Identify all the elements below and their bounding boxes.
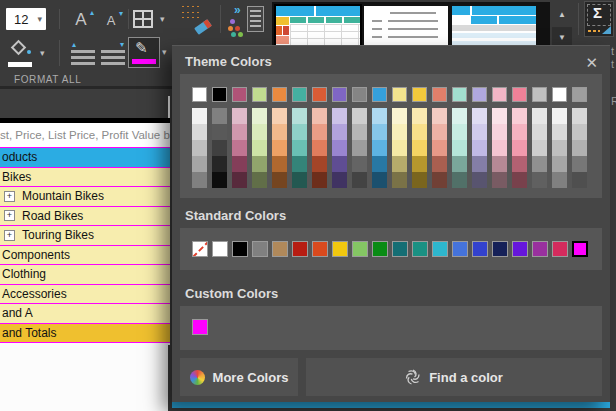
matrix-row[interactable]: Clothing xyxy=(0,265,170,285)
standard-color-swatch[interactable] xyxy=(512,241,528,257)
theme-shade-swatch[interactable] xyxy=(392,172,407,188)
theme-shade-swatch[interactable] xyxy=(352,156,367,172)
theme-shade-swatch[interactable] xyxy=(552,172,567,188)
expand-icon[interactable]: + xyxy=(4,210,15,221)
theme-color-swatch[interactable] xyxy=(432,87,447,102)
theme-shade-swatch[interactable] xyxy=(372,140,387,156)
theme-shade-swatch[interactable] xyxy=(312,140,327,156)
font-size-combobox[interactable]: 12 ▾ xyxy=(6,8,46,30)
theme-shade-swatch[interactable] xyxy=(252,124,267,140)
theme-color-swatch[interactable] xyxy=(192,87,207,102)
standard-color-swatch[interactable] xyxy=(352,241,368,257)
matrix-row[interactable]: Accessories xyxy=(0,285,170,305)
gallery-scroll-up-button[interactable]: ▲ xyxy=(552,4,572,24)
theme-shade-swatch[interactable] xyxy=(452,108,467,124)
theme-shade-swatch[interactable] xyxy=(372,108,387,124)
theme-shade-swatch[interactable] xyxy=(232,108,247,124)
theme-shade-swatch[interactable] xyxy=(292,140,307,156)
theme-shade-swatch[interactable] xyxy=(512,172,527,188)
theme-shade-swatch[interactable] xyxy=(472,124,487,140)
theme-shade-swatch[interactable] xyxy=(432,108,447,124)
theme-color-swatch[interactable] xyxy=(452,87,467,102)
theme-shade-swatch[interactable] xyxy=(512,140,527,156)
matrix-values-header[interactable]: st, Price, List Price, Profit Value b xyxy=(0,123,170,148)
standard-color-swatch[interactable] xyxy=(432,241,448,257)
theme-shade-swatch[interactable] xyxy=(472,140,487,156)
theme-shade-swatch[interactable] xyxy=(332,140,347,156)
standard-color-swatch[interactable] xyxy=(392,241,408,257)
theme-shade-swatch[interactable] xyxy=(412,156,427,172)
theme-shade-swatch[interactable] xyxy=(432,140,447,156)
theme-shade-swatch[interactable] xyxy=(232,172,247,188)
theme-color-swatch[interactable] xyxy=(292,87,307,102)
theme-shade-swatch[interactable] xyxy=(392,108,407,124)
standard-color-swatch[interactable] xyxy=(312,241,328,257)
matrix-row[interactable]: and Totals xyxy=(0,324,170,344)
theme-shade-swatch[interactable] xyxy=(212,172,227,188)
theme-shade-swatch[interactable] xyxy=(412,140,427,156)
theme-color-swatch[interactable] xyxy=(232,87,247,102)
totals-button[interactable]: Σ xyxy=(584,1,614,37)
theme-shade-swatch[interactable] xyxy=(532,140,547,156)
standard-color-swatch[interactable] xyxy=(252,241,268,257)
background-color-button[interactable] xyxy=(6,40,36,68)
theme-shade-swatch[interactable] xyxy=(572,108,587,124)
matrix-row[interactable]: +Touring Bikes xyxy=(0,226,170,246)
theme-shade-swatch[interactable] xyxy=(472,108,487,124)
theme-shade-swatch[interactable] xyxy=(192,156,207,172)
theme-shade-swatch[interactable] xyxy=(252,140,267,156)
standard-color-swatch[interactable] xyxy=(552,241,568,257)
theme-shade-swatch[interactable] xyxy=(392,156,407,172)
theme-shade-swatch[interactable] xyxy=(572,124,587,140)
theme-shade-swatch[interactable] xyxy=(292,172,307,188)
matrix-row[interactable]: Bikes xyxy=(0,168,170,188)
theme-shade-swatch[interactable] xyxy=(252,108,267,124)
theme-shade-swatch[interactable] xyxy=(372,172,387,188)
theme-shade-swatch[interactable] xyxy=(212,108,227,124)
theme-shade-swatch[interactable] xyxy=(292,156,307,172)
theme-shade-swatch[interactable] xyxy=(532,108,547,124)
standard-color-swatch[interactable] xyxy=(492,241,508,257)
theme-shade-swatch[interactable] xyxy=(472,172,487,188)
theme-shade-swatch[interactable] xyxy=(232,124,247,140)
theme-shade-swatch[interactable] xyxy=(192,172,207,188)
theme-color-swatch[interactable] xyxy=(412,87,427,102)
theme-shade-swatch[interactable] xyxy=(412,108,427,124)
theme-shade-swatch[interactable] xyxy=(332,156,347,172)
theme-shade-swatch[interactable] xyxy=(432,156,447,172)
theme-shade-swatch[interactable] xyxy=(292,124,307,140)
theme-shade-swatch[interactable] xyxy=(512,124,527,140)
close-icon[interactable]: ✕ xyxy=(585,54,598,72)
theme-shade-swatch[interactable] xyxy=(352,140,367,156)
table-style-thumbnail-minimal[interactable] xyxy=(364,6,448,46)
theme-shade-swatch[interactable] xyxy=(492,140,507,156)
clear-formatting-icon[interactable] xyxy=(182,6,212,33)
theme-shade-swatch[interactable] xyxy=(212,156,227,172)
theme-shade-swatch[interactable] xyxy=(492,108,507,124)
theme-shade-swatch[interactable] xyxy=(392,140,407,156)
matrix-row[interactable]: oducts xyxy=(0,148,170,168)
theme-color-swatch[interactable] xyxy=(332,87,347,102)
theme-shade-swatch[interactable] xyxy=(232,140,247,156)
theme-shade-swatch[interactable] xyxy=(532,156,547,172)
matrix-row[interactable]: Components xyxy=(0,246,170,266)
theme-shade-swatch[interactable] xyxy=(512,156,527,172)
increase-padding-button[interactable]: ▴ xyxy=(70,44,96,66)
no-fill-swatch[interactable] xyxy=(192,241,208,257)
standard-color-swatch[interactable] xyxy=(532,241,548,257)
theme-shade-swatch[interactable] xyxy=(512,108,527,124)
theme-shade-swatch[interactable] xyxy=(272,156,287,172)
decrease-padding-button[interactable]: ▾ xyxy=(100,44,126,66)
theme-shade-swatch[interactable] xyxy=(412,172,427,188)
theme-color-swatch[interactable] xyxy=(492,87,507,102)
theme-color-swatch[interactable] xyxy=(532,87,547,102)
table-style-thumbnail-blue-banded[interactable] xyxy=(452,6,536,46)
theme-shade-swatch[interactable] xyxy=(492,124,507,140)
standard-color-swatch[interactable] xyxy=(332,241,348,257)
theme-color-swatch[interactable] xyxy=(472,87,487,102)
theme-shade-swatch[interactable] xyxy=(332,124,347,140)
theme-color-swatch[interactable] xyxy=(552,87,567,102)
matrix-row[interactable]: +Road Bikes xyxy=(0,207,170,227)
theme-shade-swatch[interactable] xyxy=(432,172,447,188)
theme-shade-swatch[interactable] xyxy=(312,124,327,140)
